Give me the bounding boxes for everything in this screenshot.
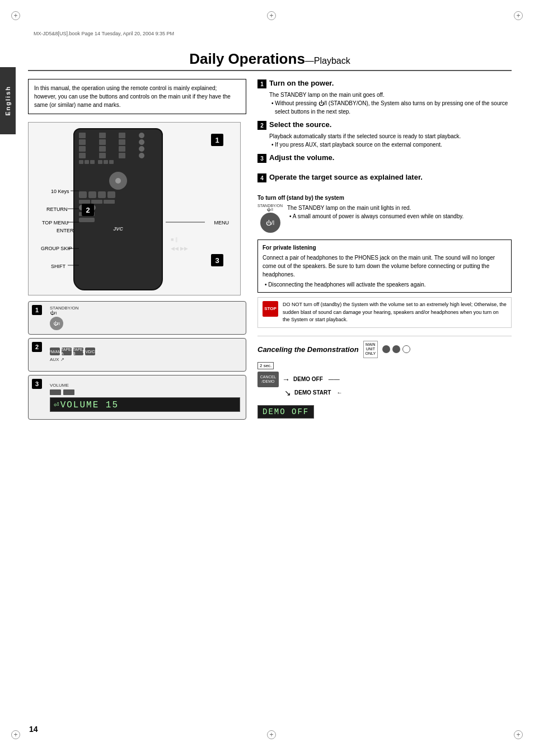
step2-title: Select the source. [269,120,331,129]
rb-small-1 [79,160,83,164]
rb2 [99,133,106,138]
remote-logo: JVC [74,226,162,232]
label-shift: SHIFT [51,264,65,269]
dvdcd-button[interactable]: DVD/CD [85,348,95,355]
step2-body: Playback automatically starts if the sel… [269,132,512,149]
demo-2sec-label: 2 sec. [257,363,512,368]
rb10 [99,146,106,152]
demo-display: DEMO OFF [257,405,314,419]
label-menu: MENU [214,220,229,226]
step3-num: 3 [257,154,266,163]
title-main: Daily Operations [189,50,305,67]
rb-big-1 [79,191,87,198]
left-column: In this manual, the operation using the … [28,79,246,420]
vol-minus[interactable] [50,389,61,395]
step3-header: 3 Adjust the volume. [257,153,512,163]
panel-badge-1: 1 [32,305,42,315]
standby-text-area: The STANDBY lamp on the main unit lights… [287,204,463,220]
demo-row-2: ↘ DEMO START ← [284,388,512,397]
device-panel-1: 1 STANDBY/ON⏻/I ⏻/I [28,301,246,335]
step2-num: 2 [257,121,266,130]
page-number: 14 [29,725,38,734]
device-panel-2: 2 FM/AM TAPE-A TAPE-B DVD/CD AUX ↗ [28,338,246,372]
rb-small-3 [90,160,95,164]
standby-header: To turn off (stand by) the system [257,195,512,201]
vol-plus[interactable] [63,389,74,395]
private-listening-bullet: Disconnecting the headphones will activa… [263,280,507,289]
demo-row-1: CANCEL /DEMO → DEMO OFF —— [257,372,512,387]
side-tab: English [0,67,16,134]
rb-small-6 [109,160,114,164]
tape-b-button[interactable]: TAPE-B [73,348,83,355]
warning-box: STOP DO NOT turn off (standby) the Syste… [257,297,512,328]
step4-title: Operate the target source as explained l… [269,173,423,181]
rb4 [139,133,144,138]
rb1 [79,133,86,138]
demo-arrow-2: ↘ [284,388,291,397]
svg-text:■ ‖: ■ ‖ [171,237,178,242]
right-column: 1 Turn on the power. The STANDBY lamp on… [257,79,512,420]
demo-display-area: DEMO OFF [257,403,512,419]
step1-text: The STANDBY lamp on the main unit goes o… [269,91,512,99]
rb5 [79,139,86,145]
step3-body [269,165,512,168]
rb6 [99,139,106,145]
demo-off-label: DEMO OFF [293,376,323,382]
panel-1-content: STANDBY/ON⏻/I ⏻/I [50,306,240,330]
main-unit-only-badge: MAIN UNIT ONLY [363,341,378,358]
standby-button[interactable]: ⏻/I [50,317,63,330]
rb-small-2 [85,160,89,164]
rb9 [79,146,86,152]
badge-1: 1 [211,134,223,146]
rb-small-4 [98,160,102,164]
fmam-button[interactable]: FM/AM [50,348,60,355]
title-divider [28,70,512,71]
rb3 [119,133,125,138]
standby-text1: The STANDBY lamp on the main unit lights… [287,204,463,212]
rb-small-5 [104,160,108,164]
rb15 [119,153,125,158]
side-tab-label: English [4,86,11,116]
rb-big-4 [107,191,115,198]
tape-a-button[interactable]: TAPE-A [62,348,72,355]
device-panels: 1 STANDBY/ON⏻/I ⏻/I 2 FM/AM TAPE-A [28,301,246,420]
standby-icon-area: STANDBY/ON ⏻/I ⏻/I [257,204,283,234]
corner-mark-br [514,730,523,739]
step4-num: 4 [257,173,266,182]
panel-badge-2: 2 [32,342,42,352]
step1-body: The STANDBY lamp on the main unit goes o… [269,91,512,116]
label-return: RETURN [46,206,68,212]
cancel-demo-button[interactable]: CANCEL /DEMO [257,372,279,387]
remote-top [74,129,162,168]
standby-bullet1: A small amount of power is always consum… [287,212,463,220]
page-title: Daily Operations—Playback [189,50,350,67]
badge-3: 3 [211,254,223,266]
corner-mark-tl [11,11,20,20]
step3-title: Adjust the volume. [269,153,334,162]
step4-header: 4 Operate the target source as explained… [257,173,512,182]
stop-icon: STOP [263,301,278,317]
dot-1 [382,345,390,353]
panel-1-label: STANDBY/ON⏻/I [50,306,240,316]
step1-bullet-1: Without pressing ⏻/I (STANDBY/ON), the S… [269,99,512,116]
corner-mark-bl [11,730,20,739]
svg-text:◀◀ ▶▶: ◀◀ ▶▶ [171,246,188,251]
title-em: —Playback [305,56,350,65]
rb13 [79,153,86,158]
cancel-demo-title: Canceling the Demonstration [257,345,359,354]
cancel-header: Canceling the Demonstration MAIN UNIT ON… [257,341,512,358]
standby-on-label: STANDBY/ON ⏻/I [257,204,283,212]
standby-content: STANDBY/ON ⏻/I ⏻/I The STANDBY lamp on t… [257,204,512,234]
rb-big-2 [88,191,96,198]
private-listening-body: Connect a pair of headphones to the PHON… [263,253,507,279]
remote-grid-1 [79,133,157,158]
dot-2 [392,345,400,353]
page-container: MX-JD5&8[US].book Page 14 Tuesday, April… [0,0,534,756]
corner-mark-bm [267,730,276,739]
panel-2-content: FM/AM TAPE-A TAPE-B DVD/CD AUX ↗ [50,348,240,362]
corner-mark-tm [267,11,276,20]
step1-header: 1 Turn on the power. [257,79,512,88]
standby-section: To turn off (stand by) the system STANDB… [257,195,512,234]
volume-label: VOLUME [50,383,240,388]
label-10keys: 10 Keys [51,189,69,194]
